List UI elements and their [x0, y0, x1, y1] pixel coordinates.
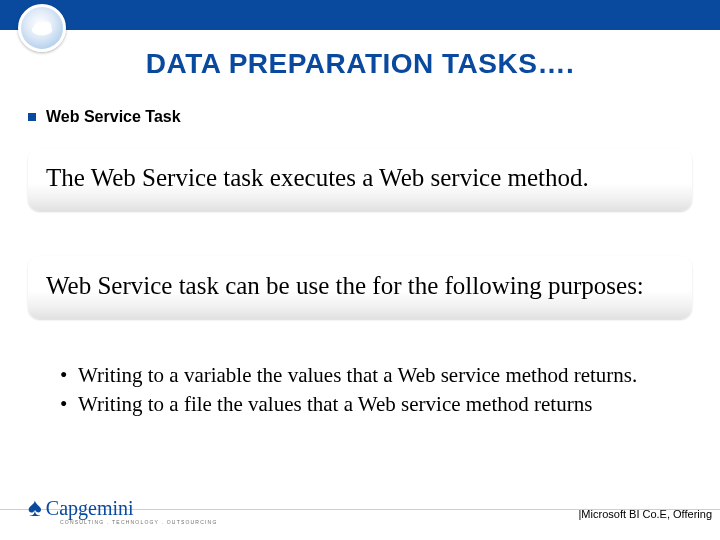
info-panel-1: The Web Service task executes a Web serv… [28, 148, 692, 211]
cloud-icon [27, 13, 57, 43]
spade-icon: ♠ [28, 492, 42, 523]
footer-logo: ♠ Capgemini CONSULTING . TECHNOLOGY . OU… [28, 493, 134, 524]
sub-bullet-list: Writing to a variable the values that a … [60, 362, 680, 421]
slide: DATA PREPARATION TASKS…. Web Service Tas… [0, 0, 720, 540]
cloud-circle-logo-icon [18, 4, 66, 52]
list-item: Writing to a variable the values that a … [60, 362, 680, 389]
footer-right-text: |Microsoft BI Co.E, Offering [579, 508, 712, 520]
svg-point-2 [40, 21, 51, 30]
section-bullet: Web Service Task [28, 108, 181, 126]
top-blue-bar [0, 0, 720, 30]
info-panel-2: Web Service task can be use the for the … [28, 256, 692, 319]
section-bullet-label: Web Service Task [46, 108, 181, 126]
info-panel-2-text: Web Service task can be use the for the … [46, 270, 674, 301]
square-bullet-icon [28, 113, 36, 121]
footer-tagline: CONSULTING . TECHNOLOGY . OUTSOURCING [60, 519, 217, 525]
slide-title: DATA PREPARATION TASKS…. [0, 48, 720, 80]
info-panel-1-text: The Web Service task executes a Web serv… [46, 162, 674, 193]
footer-brand: Capgemini [46, 497, 134, 520]
list-item: Writing to a file the values that a Web … [60, 391, 680, 418]
